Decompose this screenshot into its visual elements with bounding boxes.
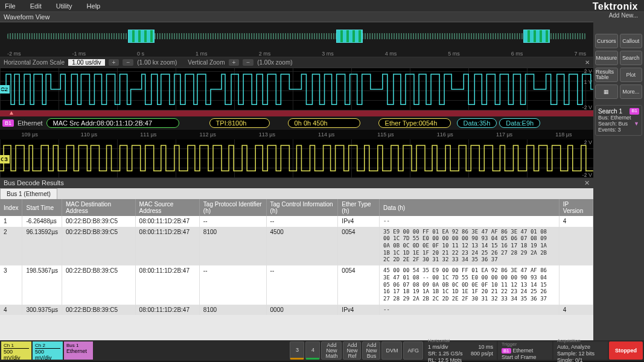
brand-logo: Tektronix bbox=[593, 1, 638, 12]
col-tpi[interactable]: Tag Protocol Identifier (h) bbox=[199, 199, 266, 216]
col-ipver[interactable]: IP Version bbox=[559, 199, 593, 216]
vzoom-minus[interactable]: − bbox=[243, 59, 253, 66]
dec-tpi[interactable]: TPI:8100h bbox=[209, 118, 270, 128]
dvm-button[interactable]: DVM bbox=[381, 341, 402, 360]
col-index[interactable]: Index bbox=[0, 199, 22, 216]
dec-tci[interactable]: 0h 0h 450h bbox=[288, 118, 360, 128]
results-table-button[interactable]: Results Table bbox=[595, 68, 618, 82]
col-ethtype[interactable]: Ether Type (h) bbox=[338, 199, 380, 216]
draw-button[interactable]: ▦ bbox=[595, 84, 618, 99]
table-row[interactable]: 1-6.26488µs00:22:BD:B8:39:C508:00:11:1D:… bbox=[0, 216, 593, 227]
brand: Tektronix Add New... bbox=[593, 1, 638, 19]
measure-button[interactable]: Measure bbox=[595, 51, 618, 65]
menu-edit[interactable]: Edit bbox=[30, 2, 42, 10]
hzoom-value[interactable]: 1.00 us/div bbox=[68, 59, 104, 66]
col-mac-dst[interactable]: MAC Destination Address bbox=[62, 199, 135, 216]
bus-decode-band[interactable]: B1 Ethernet MAC Src Addr:08:00:11:1D:2B:… bbox=[0, 116, 593, 130]
col-start-time[interactable]: Start Time bbox=[22, 199, 62, 216]
vzoom-mag: (1.00x zoom) bbox=[257, 59, 292, 66]
plot-button[interactable]: Plot bbox=[620, 68, 643, 82]
acquisition-box[interactable]: Acquisition Auto, AnalyzeSample: 12 bits… bbox=[553, 341, 608, 360]
hzoom-mag: (1.00 kx zoom) bbox=[137, 59, 177, 66]
dec-data2[interactable]: Data:E9h bbox=[499, 118, 540, 128]
overview-burst-1 bbox=[128, 30, 155, 43]
right-sidebar: Cursors Callout Measure Search Results T… bbox=[593, 12, 644, 340]
col-mac-src[interactable]: MAC Source Address bbox=[135, 199, 199, 216]
search-chevron-icon[interactable]: ▼ bbox=[634, 121, 639, 127]
vzoom-label: Vertical Zoom bbox=[188, 59, 225, 66]
callout-button[interactable]: Callout bbox=[620, 34, 643, 48]
overview-burst-2 bbox=[336, 30, 363, 43]
bus-protocol: Ethernet bbox=[18, 119, 43, 127]
menu-utility[interactable]: Utility bbox=[56, 2, 72, 10]
decode-title: Bus Decode Results bbox=[4, 179, 64, 187]
afg-button[interactable]: AFG bbox=[403, 341, 423, 360]
ch2-badge-footer[interactable]: Ch 2 500 mV/div1 MΩ500 MHz▾ bbox=[33, 341, 63, 360]
search-results-card[interactable]: Search 1B1 Bus: Ethernet Search: Bus▼ Ev… bbox=[595, 105, 642, 136]
add-bus-button[interactable]: Add New Bus bbox=[362, 341, 380, 360]
bus-decode-panel: Bus Decode Results ✕ Bus 1 (Ethernet) In… bbox=[0, 178, 593, 340]
table-row[interactable]: 3198.5367µs00:22:BD:B8:39:C508:00:11:1D:… bbox=[0, 265, 593, 304]
dec-data1[interactable]: Data:35h bbox=[457, 118, 497, 128]
decode-table[interactable]: Index Start Time MAC Destination Address… bbox=[0, 199, 593, 315]
overview-strip[interactable]: T -2 ms -1 ms 0 s 1 ms 2 ms 3 ms 4 ms 5 … bbox=[0, 22, 593, 57]
hzoom-minus[interactable]: − bbox=[123, 59, 133, 66]
waveform-ch3[interactable]: C3 2 V -2 V bbox=[0, 139, 593, 178]
horizontal-box[interactable]: Horizontal 1 ms/div10 ms SR: 1.25 GS/s80… bbox=[424, 341, 497, 360]
zoom-bar: Horizontal Zoom Scale 1.00 us/div + − (1… bbox=[0, 57, 593, 68]
overview-burst-3 bbox=[523, 30, 550, 43]
waveform-ch2[interactable]: C2 2 V 1 V -2 V bbox=[0, 68, 593, 110]
menubar: File Edit Utility Help bbox=[0, 0, 644, 12]
hzoom-plus[interactable]: + bbox=[109, 59, 120, 66]
search-button[interactable]: Search bbox=[620, 51, 643, 65]
warning-band bbox=[0, 110, 593, 116]
menu-help[interactable]: Help bbox=[87, 2, 101, 10]
waveform-title: Waveform View bbox=[4, 13, 49, 21]
ch3-button[interactable]: 3 bbox=[290, 341, 304, 360]
search-b1-badge: B1 bbox=[630, 108, 639, 115]
ch4-button[interactable]: 4 bbox=[305, 341, 320, 360]
cursors-button[interactable]: Cursors bbox=[595, 34, 618, 48]
trigger-box[interactable]: Trigger B1 Ethernet Start of Frame bbox=[498, 341, 552, 360]
menu-file[interactable]: File bbox=[5, 2, 16, 10]
bus1-badge-footer[interactable]: Bus 1 Ethernet bbox=[64, 341, 93, 360]
col-tci[interactable]: Tag Control Information (h) bbox=[266, 199, 338, 216]
run-state-stopped[interactable]: Stopped bbox=[609, 341, 643, 360]
footer-bar: Ch 1 500 mV/div1 MΩ500 MHz▾ Ch 2 500 mV/… bbox=[0, 340, 644, 361]
brand-sub[interactable]: Add New... bbox=[593, 12, 638, 19]
dec-mac-src[interactable]: MAC Src Addr:08:00:11:1D:2B:47 bbox=[46, 118, 179, 128]
decode-close-icon[interactable]: ✕ bbox=[584, 179, 590, 187]
ch1-badge-footer[interactable]: Ch 1 500 mV/div1 MΩ500 MHz▾ bbox=[1, 341, 31, 360]
zoom-timeaxis: 109 µs110 µs 111 µs112 µs 113 µs114 µs 1… bbox=[0, 130, 593, 139]
decode-tab-bus1[interactable]: Bus 1 (Ethernet) bbox=[0, 188, 57, 199]
table-row[interactable]: 296.13592µs00:22:BD:B8:39:C508:00:11:1D:… bbox=[0, 227, 593, 265]
more-button[interactable]: More... bbox=[620, 84, 643, 99]
hzoom-label: Horizontal Zoom Scale bbox=[4, 59, 65, 66]
zoom-close-icon[interactable]: ✕ bbox=[585, 59, 590, 66]
add-ref-button[interactable]: Add New Ref bbox=[343, 341, 361, 360]
table-row[interactable]: 4300.9375µs00:22:BD:B8:39:C508:00:11:1D:… bbox=[0, 305, 593, 316]
vzoom-plus[interactable]: + bbox=[229, 59, 240, 66]
add-math-button[interactable]: Add New Math bbox=[321, 341, 342, 360]
waveform-title-bar: Waveform View bbox=[0, 12, 593, 22]
overview-timeaxis: -2 ms -1 ms 0 s 1 ms 2 ms 3 ms 4 ms 5 ms… bbox=[7, 51, 586, 57]
col-data[interactable]: Data (h) bbox=[380, 199, 560, 216]
dec-ethtype[interactable]: Ether Type:0054h bbox=[378, 118, 451, 128]
bus-b1-badge[interactable]: B1 bbox=[2, 119, 14, 127]
